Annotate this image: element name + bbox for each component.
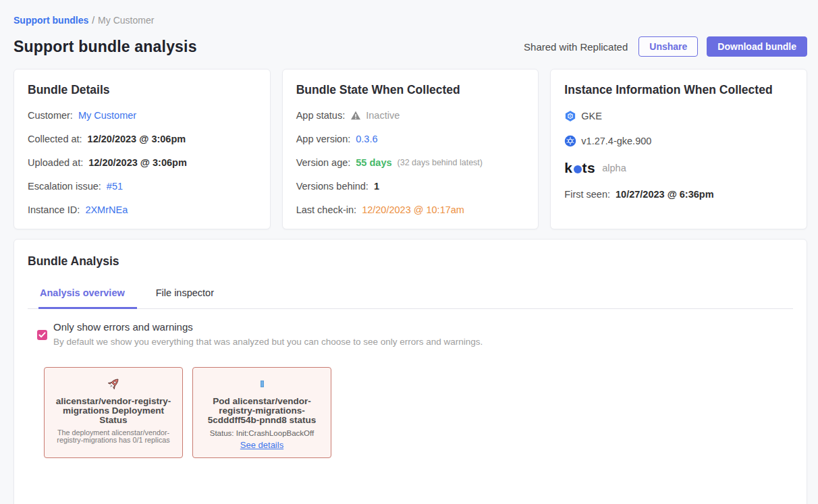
errors-warnings-checkbox[interactable] [37, 330, 47, 340]
kots-logo-o-icon [574, 165, 582, 173]
app-status-value: Inactive [366, 110, 400, 121]
versions-behind-row: Versions behind: 1 [296, 181, 525, 192]
see-details-link[interactable]: See details [240, 440, 283, 450]
collected-at-value: 12/20/2023 @ 3:06pm [88, 134, 186, 144]
kots-channel: alpha [602, 163, 626, 173]
versions-behind-label: Versions behind: [296, 181, 369, 192]
gke-icon [564, 110, 576, 122]
collected-at-label: Collected at: [28, 134, 82, 144]
instance-info-title: Instance Information When Collected [564, 83, 793, 97]
instance-id-label: Instance ID: [28, 204, 80, 215]
app-version-link[interactable]: 0.3.6 [356, 134, 377, 144]
escalation-issue-label: Escalation issue: [28, 181, 101, 192]
version-age-value: 55 days [356, 157, 391, 168]
breadcrumb: Support bundles/My Customer [13, 15, 807, 26]
rocket-icon [50, 376, 177, 392]
info-cards-row: Bundle Details Customer: My Customer Col… [13, 69, 807, 229]
kots-row: kts alpha [564, 160, 793, 176]
bundle-analysis-card: Bundle Analysis Analysis overview File i… [13, 239, 807, 504]
bundle-details-card: Bundle Details Customer: My Customer Col… [13, 69, 271, 229]
app-version-row: App version: 0.3.6 [296, 134, 525, 144]
app-status-label: App status: [296, 110, 346, 121]
versions-behind-value: 1 [374, 181, 379, 192]
download-bundle-button[interactable]: Download bundle [707, 36, 807, 57]
collected-at-row: Collected at: 12/20/2023 @ 3:06pm [28, 134, 256, 144]
instance-info-card: Instance Information When Collected GKE … [550, 69, 807, 229]
version-age-label: Version age: [296, 157, 351, 168]
customer-label: Customer: [28, 110, 73, 121]
customer-link[interactable]: My Customer [78, 110, 136, 121]
filter-label: Only show errors and warnings [53, 321, 483, 333]
bundle-details-title: Bundle Details [28, 83, 256, 97]
page-header: Support bundle analysis Shared with Repl… [13, 36, 807, 57]
first-seen-value: 10/27/2023 @ 6:36pm [616, 189, 714, 200]
warning-triangle-icon [350, 111, 361, 120]
app-status-row: App status: Inactive [296, 110, 525, 121]
app-version-label: App version: [296, 134, 351, 144]
kots-logo-text-k: k [564, 160, 572, 176]
escalation-issue-link[interactable]: #51 [107, 181, 123, 192]
filter-description: By default we show you everything that w… [53, 337, 483, 347]
breadcrumb-current: My Customer [98, 15, 154, 26]
warnings-row: alicenstar/vendor-registry-migrations De… [28, 367, 793, 458]
uploaded-at-label: Uploaded at: [28, 157, 83, 168]
customer-row: Customer: My Customer [28, 110, 256, 121]
warning-status: Status: Init:CrashLoopBackOff [198, 429, 325, 437]
broken-image-icon [198, 376, 325, 392]
tab-analysis-overview[interactable]: Analysis overview [38, 287, 137, 309]
analysis-tabs: Analysis overview File inspector [28, 287, 793, 309]
kubernetes-icon [564, 135, 576, 147]
first-seen-label: First seen: [564, 189, 610, 200]
first-seen-row: First seen: 10/27/2023 @ 6:36pm [564, 189, 793, 200]
instance-id-row: Instance ID: 2XMrNEa [28, 204, 256, 215]
breadcrumb-link-support-bundles[interactable]: Support bundles [13, 15, 88, 26]
uploaded-at-row: Uploaded at: 12/20/2023 @ 3:06pm [28, 157, 256, 168]
escalation-issue-row: Escalation issue: #51 [28, 181, 256, 192]
last-checkin-row: Last check-in: 12/20/2023 @ 10:17am [296, 204, 525, 215]
kots-logo-text-ts: ts [582, 160, 596, 176]
k8s-version-value: v1.27.4-gke.900 [581, 136, 651, 146]
shared-status-text: Shared with Replicated [524, 41, 628, 53]
distribution-row: GKE [564, 110, 793, 122]
warning-title: alicenstar/vendor-registry-migrations De… [50, 397, 177, 426]
warning-card-deployment: alicenstar/vendor-registry-migrations De… [44, 367, 183, 458]
uploaded-at-value: 12/20/2023 @ 3:06pm [88, 157, 187, 168]
filter-text: Only show errors and warnings By default… [53, 321, 483, 347]
bundle-state-card: Bundle State When Collected App status: … [282, 69, 539, 229]
breadcrumb-separator: / [92, 15, 94, 26]
page-title: Support bundle analysis [13, 38, 524, 56]
filter-row: Only show errors and warnings By default… [28, 321, 793, 347]
k8s-version-row: v1.27.4-gke.900 [564, 135, 793, 147]
bundle-analysis-title: Bundle Analysis [28, 254, 793, 269]
page: Support bundles/My Customer Support bund… [0, 0, 818, 504]
distribution-value: GKE [581, 111, 602, 121]
kots-logo: kts [564, 160, 595, 176]
last-checkin-value: 12/20/2023 @ 10:17am [362, 204, 464, 215]
warning-card-pod-status: Pod alicenstar/vendor-registry-migration… [192, 367, 331, 458]
unshare-button[interactable]: Unshare [638, 36, 698, 57]
version-age-note: (32 days behind latest) [398, 158, 483, 167]
tab-file-inspector[interactable]: File inspector [155, 287, 226, 309]
warning-title: Pod alicenstar/vendor-registry-migration… [198, 397, 325, 426]
last-checkin-label: Last check-in: [296, 204, 356, 215]
version-age-row: Version age: 55 days (32 days behind lat… [296, 157, 525, 168]
instance-id-link[interactable]: 2XMrNEa [85, 204, 128, 215]
warning-message: The deployment alicenstar/vendor-registr… [50, 429, 177, 445]
bundle-state-title: Bundle State When Collected [296, 83, 525, 97]
